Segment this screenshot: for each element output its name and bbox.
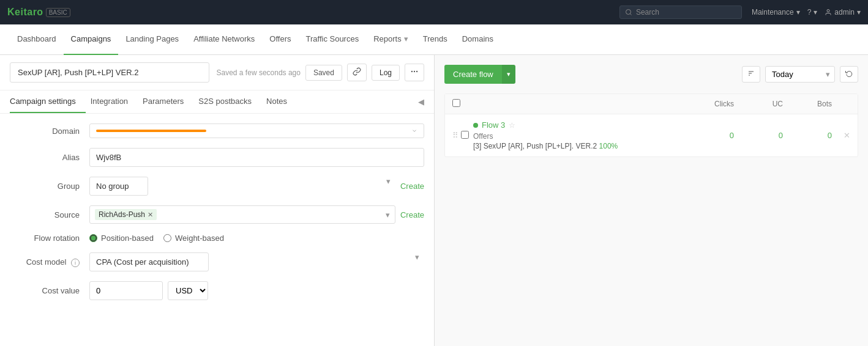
right-panel: Create flow ▾ Today Yesterday Last 7 day… [435,55,868,346]
svg-line-1 [630,13,631,15]
date-filter-wrap: Today Yesterday Last 7 days Last 30 days… [765,66,835,83]
svg-point-4 [414,71,414,72]
cost-value-input[interactable] [89,281,163,300]
flow-row-check [461,131,473,141]
tab-trends[interactable]: Trends [416,24,455,55]
create-flow-btn-group: Create flow ▾ [444,65,515,84]
source-tag-close-icon[interactable]: ✕ [148,211,153,219]
radio-position-based[interactable]: Position-based [89,234,154,243]
subtab-campaign-settings[interactable]: Campaign settings [10,90,86,113]
flow-rotation-row: Flow rotation Position-based Weight-base… [10,234,424,243]
subtab-parameters[interactable]: Parameters [143,90,193,113]
help-btn[interactable]: ? ▾ [807,8,818,17]
alias-input[interactable] [89,148,424,167]
alias-label: Alias [10,153,89,162]
subtab-integration[interactable]: Integration [91,90,138,113]
source-tag-label: RichAds-Push [99,210,145,219]
create-source-link[interactable]: Create [400,210,424,219]
create-group-link[interactable]: Create [400,182,424,191]
admin-btn[interactable]: admin ▾ [825,8,861,17]
subtab-collapse-icon[interactable]: ◀ [418,97,424,106]
more-icon [410,67,419,76]
source-label: Source [10,210,89,219]
navbar: Keitaro BASIC Maintenance ▾ ? ▾ admin ▾ [0,0,868,24]
tab-affiliate-networks[interactable]: Affiliate Networks [186,24,262,55]
sort-button[interactable] [742,66,760,83]
group-row: Group No group ▾ Create [10,177,424,196]
domain-value [96,130,206,132]
select-all-checkbox[interactable] [452,99,460,107]
help-chevron: ▾ [814,8,817,17]
form-area: Domain Alias Gr [0,114,434,346]
group-label: Group [10,182,89,191]
flow-checkbox[interactable] [461,131,469,139]
tab-reports[interactable]: Reports ▾ [366,24,416,55]
tab-campaigns[interactable]: Campaigns [64,24,119,55]
create-flow-dropdown-icon: ▾ [507,70,511,78]
svg-point-0 [626,10,630,15]
flow-rotation-label: Flow rotation [10,234,89,243]
search-input[interactable] [636,8,728,17]
admin-chevron: ▾ [857,8,861,17]
flow-table-header: Clicks UC Bots [445,94,858,114]
currency-select[interactable]: USD EUR GBP [168,281,208,300]
flow-bots-stat: 0 [783,131,832,140]
brand-name: Keitaro [7,7,43,18]
date-filter-select[interactable]: Today Yesterday Last 7 days Last 30 days [765,66,835,83]
source-select-chevron-icon: ▾ [386,210,390,219]
header-check [452,99,471,109]
more-button[interactable] [405,64,424,81]
source-row: Source RichAds-Push ✕ ▾ Create [10,205,424,224]
flow-name-link[interactable]: Flow 3 [482,120,505,130]
radio-group: Position-based Weight-based [89,234,224,243]
admin-label: admin [834,8,855,17]
link-button[interactable] [347,64,367,81]
radio-weight-based[interactable]: Weight-based [163,234,224,243]
drag-handle-icon[interactable]: ⠿ [452,131,458,140]
table-row: ⠿ Flow 3 ☆ Offers [3] SexUP [AR], Push [… [445,114,858,156]
user-icon [825,9,832,16]
cost-model-select[interactable]: CPA (Cost per acquisition) [89,252,209,271]
svg-point-3 [411,71,412,72]
svg-point-5 [417,71,417,72]
create-flow-dropdown-button[interactable]: ▾ [502,65,515,84]
group-select[interactable]: No group [89,177,148,196]
radio-weight-based-input[interactable] [163,234,171,242]
cost-model-info-icon[interactable]: i [71,259,80,267]
flow-active-dot [473,123,478,128]
log-button[interactable]: Log [372,65,400,81]
tab-dashboard[interactable]: Dashboard [10,24,64,55]
maintenance-label: Maintenance [752,8,794,17]
radio-position-based-input[interactable] [89,234,97,242]
domain-label: Domain [10,127,89,136]
flow-offer-text: [3] SexUP [AR], Push [PL+LP]. VER.2 100% [473,142,685,150]
flow-clicks-stat: 0 [685,131,734,140]
flow-name-row: Flow 3 ☆ [473,120,685,130]
refresh-button[interactable] [840,66,858,83]
tab-offers[interactable]: Offers [262,24,298,55]
campaign-title-input[interactable] [10,62,209,83]
tab-landing-pages[interactable]: Landing Pages [118,24,186,55]
search-box[interactable] [619,6,742,19]
reports-chevron: ▾ [404,34,408,43]
subtab-notes[interactable]: Notes [266,90,297,113]
maintenance-chevron: ▾ [796,8,800,17]
subtab-s2s-postbacks[interactable]: S2S postbacks [198,90,261,113]
source-select-inner[interactable]: RichAds-Push ✕ ▾ [89,205,395,224]
tab-domains[interactable]: Domains [455,24,501,55]
saved-button[interactable]: Saved [305,65,342,81]
flow-offers-label: Offers [473,132,685,141]
create-flow-button[interactable]: Create flow [444,65,502,84]
group-select-arrow-icon: ▾ [386,177,391,186]
flow-delete-button[interactable]: ✕ [832,131,850,140]
flow-star-icon[interactable]: ☆ [509,121,515,130]
position-based-label: Position-based [101,234,154,243]
domain-select[interactable] [89,123,424,138]
domain-chevron-icon [411,128,417,134]
maintenance-btn[interactable]: Maintenance ▾ [752,8,800,17]
left-panel: Saved a few seconds ago Saved Log Ca [0,55,435,346]
cost-value-label: Cost value [10,286,89,295]
domain-text [96,130,206,132]
navbar-actions: Maintenance ▾ ? ▾ admin ▾ [752,8,861,17]
tab-traffic-sources[interactable]: Traffic Sources [298,24,366,55]
